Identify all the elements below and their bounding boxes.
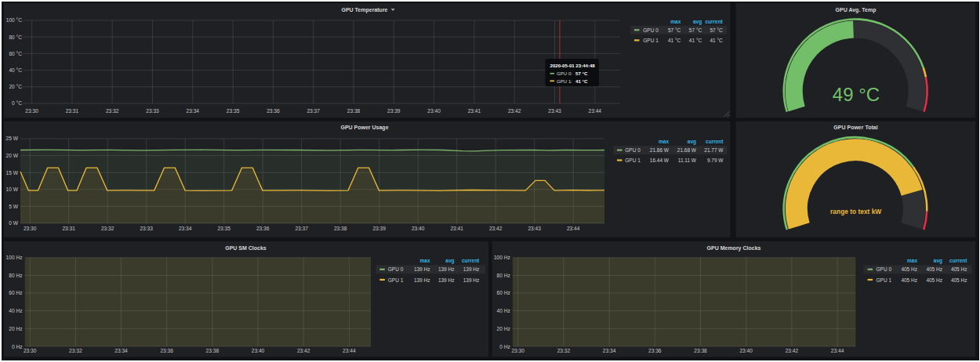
svg-text:23:30: 23:30 — [24, 226, 37, 231]
svg-text:57 °C: 57 °C — [689, 27, 702, 33]
svg-text:23:36: 23:36 — [267, 108, 280, 114]
svg-text:40 Hz: 40 Hz — [9, 308, 22, 313]
svg-text:23:34: 23:34 — [179, 226, 192, 231]
svg-text:23:44: 23:44 — [567, 226, 580, 231]
svg-text:GPU Power Total: GPU Power Total — [833, 125, 877, 130]
svg-text:23:36: 23:36 — [160, 348, 173, 353]
svg-text:23:34: 23:34 — [187, 108, 200, 114]
svg-text:80 Hz: 80 Hz — [497, 273, 510, 278]
svg-text:23:31: 23:31 — [66, 108, 79, 114]
svg-text:139 Hz: 139 Hz — [438, 266, 455, 272]
svg-text:405 Hz: 405 Hz — [901, 277, 917, 283]
svg-text:23:37: 23:37 — [295, 226, 308, 231]
svg-text:139 Hz: 139 Hz — [463, 266, 480, 272]
svg-text:23:30: 23:30 — [25, 108, 38, 114]
svg-text:41 °C: 41 °C — [668, 38, 681, 43]
svg-text:23:35: 23:35 — [227, 108, 240, 114]
svg-text:23:38: 23:38 — [347, 108, 361, 114]
svg-text:0 °C: 0 °C — [12, 100, 22, 106]
svg-text:41 °C: 41 °C — [575, 78, 588, 84]
svg-text:41 °C: 41 °C — [710, 38, 723, 43]
svg-text:current: current — [462, 258, 480, 263]
svg-text:41 °C: 41 °C — [689, 38, 702, 43]
svg-text:GPU 1: GPU 1 — [625, 157, 641, 163]
svg-text:23:43: 23:43 — [548, 108, 561, 114]
svg-text:23:42: 23:42 — [786, 348, 799, 353]
svg-text:23:34: 23:34 — [114, 348, 128, 353]
svg-text:23:32: 23:32 — [101, 226, 114, 231]
svg-text:20 °C: 20 °C — [9, 84, 22, 89]
svg-text:23:40: 23:40 — [252, 348, 265, 353]
svg-text:21.77 W: 21.77 W — [704, 147, 724, 153]
svg-text:10 W: 10 W — [6, 186, 19, 192]
svg-text:23:34: 23:34 — [603, 348, 616, 353]
svg-text:GPU 0: GPU 0 — [643, 27, 659, 33]
svg-text:23:40: 23:40 — [412, 226, 425, 231]
svg-text:23:44: 23:44 — [343, 348, 356, 353]
svg-text:60 Hz: 60 Hz — [497, 290, 510, 295]
svg-text:GPU SM Clocks: GPU SM Clocks — [225, 245, 267, 251]
svg-text:23:40: 23:40 — [739, 348, 753, 353]
svg-text:11.11 W: 11.11 W — [678, 157, 697, 163]
svg-text:GPU 1: GPU 1 — [643, 38, 659, 43]
svg-text:23:35: 23:35 — [217, 226, 230, 231]
svg-text:23:42: 23:42 — [489, 226, 503, 231]
svg-text:23:38: 23:38 — [206, 348, 220, 353]
svg-text:current: current — [949, 258, 967, 263]
svg-text:GPU 0: GPU 0 — [388, 266, 404, 272]
svg-text:405 Hz: 405 Hz — [951, 266, 967, 272]
svg-text:405 Hz: 405 Hz — [926, 277, 942, 283]
svg-text:405 Hz: 405 Hz — [926, 266, 942, 272]
svg-text:40 °C: 40 °C — [9, 67, 22, 73]
svg-text:23:38: 23:38 — [694, 348, 707, 353]
svg-text:23:42: 23:42 — [297, 348, 310, 353]
svg-text:23:39: 23:39 — [372, 226, 386, 231]
svg-text:23:30: 23:30 — [511, 348, 524, 353]
svg-text:GPU 1: GPU 1 — [388, 277, 404, 283]
svg-text:9.79 W: 9.79 W — [707, 157, 724, 163]
svg-text:25 W: 25 W — [6, 136, 19, 141]
svg-text:23:31: 23:31 — [62, 226, 75, 231]
svg-text:GPU 0: GPU 0 — [625, 147, 641, 153]
svg-text:49 °C: 49 °C — [833, 84, 880, 105]
svg-text:139 Hz: 139 Hz — [438, 277, 455, 283]
svg-text:23:39: 23:39 — [387, 108, 401, 114]
svg-text:405 Hz: 405 Hz — [951, 277, 967, 283]
svg-text:15 W: 15 W — [6, 170, 19, 176]
svg-text:23:37: 23:37 — [307, 108, 320, 114]
svg-text:23:32: 23:32 — [106, 108, 119, 114]
svg-text:GPU Temperature: GPU Temperature — [342, 7, 388, 13]
svg-text:0 Hz: 0 Hz — [499, 344, 510, 349]
svg-text:100 °C: 100 °C — [6, 17, 22, 23]
svg-text:139 Hz: 139 Hz — [414, 266, 430, 272]
svg-text:23:43: 23:43 — [528, 226, 541, 231]
svg-text:20 W: 20 W — [6, 153, 19, 158]
svg-text:21.68 W: 21.68 W — [677, 147, 697, 153]
svg-text:23:30: 23:30 — [24, 348, 37, 353]
svg-text:max: max — [670, 19, 681, 24]
svg-text:avg: avg — [693, 19, 702, 25]
svg-text:0 W: 0 W — [9, 220, 18, 226]
svg-text:range to text kW: range to text kW — [830, 208, 881, 215]
svg-text:100 Hz: 100 Hz — [494, 255, 510, 260]
svg-text:max: max — [907, 258, 917, 263]
svg-text:avg: avg — [688, 139, 696, 145]
svg-text:20 Hz: 20 Hz — [9, 326, 22, 331]
svg-text:57 °C: 57 °C — [668, 27, 681, 33]
svg-text:23:40: 23:40 — [427, 108, 441, 114]
svg-text:GPU 0:: GPU 0: — [557, 71, 572, 76]
svg-text:21.86 W: 21.86 W — [650, 147, 670, 153]
svg-text:60 Hz: 60 Hz — [9, 290, 22, 295]
svg-text:GPU Power Usage: GPU Power Usage — [340, 125, 388, 131]
svg-text:16.44 W: 16.44 W — [650, 157, 670, 163]
svg-text:23:32: 23:32 — [557, 348, 571, 353]
svg-text:GPU 1: GPU 1 — [877, 277, 892, 283]
svg-text:2020-05-01 23:44:48: 2020-05-01 23:44:48 — [550, 63, 596, 68]
svg-text:max: max — [659, 139, 669, 144]
svg-text:100 Hz: 100 Hz — [6, 255, 23, 260]
svg-text:GPU Memory Clocks: GPU Memory Clocks — [707, 245, 761, 252]
svg-text:avg: avg — [445, 258, 454, 264]
svg-text:23:33: 23:33 — [140, 226, 153, 231]
svg-text:GPU 1:: GPU 1: — [557, 78, 572, 84]
svg-text:23:41: 23:41 — [468, 108, 481, 114]
